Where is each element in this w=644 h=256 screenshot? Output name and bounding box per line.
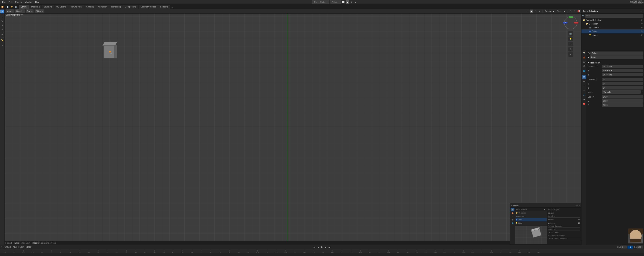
tl-playback[interactable]: Playback [4,246,12,248]
mini-cube-item[interactable]: ▣ Cube [516,218,547,221]
menu-render[interactable]: Render [14,0,24,4]
outliner-search-input[interactable] [585,14,643,18]
mini-window-menu[interactable]: ≡ [511,204,512,206]
prop-output-icon[interactable]: 📤 [582,55,586,59]
current-frame-display[interactable]: 1 [628,246,633,248]
collection-eye[interactable]: 👁 [641,23,643,25]
gizmo-x-axis[interactable]: X [574,22,578,24]
tab-layout[interactable]: Layout [19,5,29,8]
mini-render-samples[interactable]: Render 64 [548,218,580,221]
tool-transform[interactable]: ⊞ [0,27,4,31]
prop-scene-icon[interactable]: 🎬 [582,64,586,68]
tool-add[interactable]: + [0,44,4,48]
outliner-light[interactable]: 💡 Light 👁 [582,33,644,37]
scale-y-value[interactable]: 0.620 [602,99,643,102]
timeline-scrub-area[interactable] [0,253,644,256]
tl-next-frame-btn[interactable]: ▶ [324,246,327,248]
tl-keying[interactable]: Keying [13,246,18,248]
gizmo-rotate-btn[interactable]: ↻ [568,47,573,52]
mini-render-btn[interactable]: 📸 [511,208,514,211]
object-data-name-field[interactable]: Cube [590,56,643,59]
prop-data-icon[interactable]: ◼ [582,97,586,101]
shading-material[interactable]: ◑ [350,0,353,4]
prop-view-layer-icon[interactable]: 🗂 [582,60,586,64]
mini-camera-item[interactable]: 📷 Camera [516,214,547,218]
scene-collection-eye[interactable]: 👁 [641,19,643,21]
prop-object-icon[interactable]: ⬡ [582,75,586,79]
end-frame-value[interactable]: 250 [637,246,643,248]
tool-scale[interactable]: ⤡ [0,23,4,27]
shading-rendered[interactable]: ● [354,0,358,4]
tab-geometry-nodes[interactable]: Geometry Nodes [138,5,158,8]
location-y-value[interactable]: -0.17809 m [602,69,643,72]
tab-compositing[interactable]: Compositing [123,5,138,8]
tab-scripting[interactable]: Scripting [158,5,170,8]
vp-rendered-btn[interactable]: ● [538,10,542,13]
tab-sculpting[interactable]: Sculpting [42,5,54,8]
vp-solid-btn[interactable]: ■ [530,10,533,13]
tab-modeling[interactable]: Modeling [30,5,42,8]
gizmo-lamp-btn[interactable]: 💡 [568,36,573,41]
tl-prev-frame-btn[interactable]: ◀ [317,246,320,248]
tl-skip-end-btn[interactable]: ⏭ [328,246,331,248]
view-menu[interactable]: View ▼ [6,9,14,13]
object-menu[interactable]: Object ▼ [35,9,44,13]
prop-modifier-icon[interactable]: ⚙ [582,79,586,83]
new-file-icon[interactable]: 📄 [6,5,9,8]
prop-material-icon[interactable]: 🔴 [582,102,586,106]
cube-eye[interactable]: 👁 [641,30,643,32]
tab-rendering[interactable]: Rendering [109,5,122,8]
light-eye[interactable]: 👁 [641,34,643,36]
cube-object[interactable] [102,42,117,59]
outliner-scene-collection[interactable]: 📁 Scene Collection 👁 [582,18,644,22]
prop-render-icon[interactable]: 📸 [582,51,586,55]
prop-constraints-icon[interactable]: 🔗 [582,93,586,97]
proportional-edit[interactable]: ⊙ [573,10,576,13]
mini-viewlayer-btn[interactable]: 🗂 [511,214,514,218]
menu-window[interactable]: Window [24,0,34,4]
mini-light-item[interactable]: 💡 Light [516,221,547,225]
mini-output-btn[interactable]: 📤 [511,211,514,214]
gizmo-move-btn[interactable]: ↔ [568,42,573,46]
location-x-value[interactable]: 0.43145 m [602,65,643,68]
tab-uv-editing[interactable]: UV Editing [54,5,68,8]
prop-particles-icon[interactable]: ✦ [582,84,586,88]
mini-world-btn[interactable]: 🌐 [511,221,514,225]
outliner-cube[interactable]: ▣ Cube 👁 [582,30,644,33]
rotation-z-value[interactable]: 0° [602,86,643,90]
save-file-icon[interactable]: 💾 [14,5,18,8]
transform-dropdown[interactable]: Global ▼ [330,0,341,4]
scale-z-value[interactable]: 0.620 [602,103,643,107]
vp-material-btn[interactable]: ◑ [534,10,537,13]
gizmo-camera-btn[interactable]: 📷 [568,31,573,36]
tool-measure[interactable]: 📏 [0,38,4,42]
mini-render-engine[interactable]: EEVEE [548,212,580,215]
open-file-icon[interactable]: 📂 [10,5,14,8]
rotation-mode-value[interactable]: XYZ Euler [602,90,641,94]
tab-texture-paint[interactable]: Texture Paint [68,5,84,8]
tool-move[interactable]: ↔ [0,15,4,19]
xray-toggle[interactable]: ⊡ [568,10,572,13]
tool-rotate[interactable]: ↻ [0,19,4,23]
tl-play-btn[interactable]: ▶ [320,246,324,248]
tab-animation[interactable]: Animation [96,5,109,8]
tool-annotate[interactable]: ✏ [0,33,4,36]
outliner-camera[interactable]: 📷 Camera 👁 [582,26,644,30]
prop-world-icon[interactable]: 🌐 [582,69,586,73]
blender-menu-icon[interactable] [1,5,4,8]
add-menu[interactable]: Add ▼ [26,9,34,13]
mini-scene-btn[interactable]: 🎬 [511,218,514,221]
mini-outliner-filter[interactable]: ▼ [543,208,546,211]
start-frame-value[interactable]: 1 [621,246,627,248]
mini-collection-item[interactable]: 📁 Collection [516,211,547,214]
rotation-x-value[interactable]: 0° [602,78,643,81]
select-menu[interactable]: Select ▼ [15,9,25,13]
overlays-toggle[interactable]: Overlays ▼ [544,9,555,14]
mode-dropdown[interactable]: Object Mode ▼ [312,0,329,4]
viewport-gizmo[interactable]: X Y Z 📷 💡 ↔ ↻ ⤡ [562,14,579,31]
mini-scene-view[interactable] [515,226,547,244]
gizmos-toggle[interactable]: Gizmos ▼ [556,9,566,14]
menu-file[interactable]: File [1,0,7,4]
gizmo-scale-btn[interactable]: ⤡ [568,52,573,57]
main-viewport[interactable]: X Y Z 📷 💡 ↔ ↻ ⤡ [5,9,581,245]
